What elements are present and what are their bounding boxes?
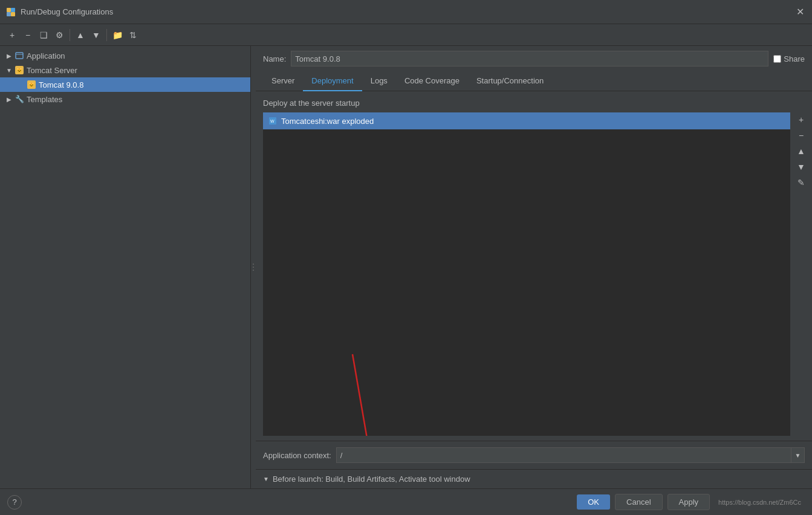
tab-startup-connection[interactable]: Startup/Connection	[468, 71, 552, 91]
svg-text:W: W	[270, 119, 274, 123]
bottom-buttons: OK Cancel Apply	[577, 494, 710, 510]
tomcat-908-arrow	[17, 80, 25, 89]
up-deploy-button[interactable]: ▲	[794, 144, 808, 158]
tab-content-deployment: Deploy at the server startup W Tomcatces…	[256, 91, 812, 469]
tomcat-server-label: Tomcat Server	[27, 66, 77, 75]
tab-server[interactable]: Server	[263, 71, 303, 91]
tomcat-server-icon: 🐱	[15, 65, 24, 75]
toolbar: + − ❑ ⚙ ▲ ▼ 📁 ⇅	[0, 24, 812, 46]
url-bar: https://blog.csdn.net/Zm6Cc	[715, 497, 805, 507]
right-panel: Name: Share Server Deployment Logs Code …	[256, 46, 812, 488]
tree-item-templates[interactable]: ▶ 🔧 Templates	[0, 92, 250, 106]
help-button[interactable]: ?	[7, 495, 22, 510]
svg-rect-4	[16, 53, 23, 59]
edit-deploy-button[interactable]: ✎	[794, 175, 808, 190]
deploy-list: W Tomcatceshi:war exploded	[263, 112, 790, 436]
context-dropdown-button[interactable]: ▼	[791, 448, 804, 462]
main-content: ▶ Application ▼ 🐱 Tomcat Server 🐱 Tom	[0, 46, 812, 488]
context-input-wrap: ▼	[336, 447, 805, 463]
before-launch-bar: ▼ Before launch: Build, Build Artifacts,…	[256, 469, 812, 488]
svg-rect-1	[11, 8, 15, 12]
tab-logs[interactable]: Logs	[362, 71, 396, 91]
remove-config-button[interactable]: −	[21, 28, 35, 42]
tab-code-coverage[interactable]: Code Coverage	[396, 71, 468, 91]
add-deploy-button[interactable]: +	[794, 112, 808, 127]
sort-button[interactable]: ⇅	[126, 28, 140, 42]
tomcat-server-arrow: ▼	[5, 66, 13, 74]
deploy-actions: + − ▲ ▼ ✎	[790, 112, 810, 436]
close-button[interactable]: ✕	[794, 6, 806, 18]
window-title: Run/Debug Configurations	[21, 7, 794, 16]
svg-rect-0	[7, 8, 11, 12]
resize-dot	[253, 270, 254, 271]
resize-handle[interactable]	[251, 46, 256, 488]
ok-button[interactable]: OK	[577, 494, 610, 510]
folder-button[interactable]: 📁	[110, 28, 125, 42]
svg-rect-3	[11, 12, 15, 16]
down-deploy-button[interactable]: ▼	[794, 160, 808, 174]
share-label: Share	[773, 54, 805, 63]
context-input[interactable]	[337, 449, 791, 462]
tomcat-908-label: Tomcat 9.0.8	[39, 80, 83, 89]
tree-item-tomcat-908[interactable]: 🐱 Tomcat 9.0.8	[0, 77, 250, 92]
toolbar-separator	[70, 29, 70, 41]
app-icon	[6, 7, 16, 17]
resize-dot	[253, 264, 254, 265]
settings-button[interactable]: ⚙	[52, 28, 67, 42]
tree-item-application[interactable]: ▶ Application	[0, 48, 250, 63]
deploy-label: Deploy at the server startup	[256, 99, 812, 112]
move-up-button[interactable]: ▲	[73, 28, 88, 42]
share-text: Share	[784, 54, 805, 63]
tab-deployment[interactable]: Deployment	[303, 71, 362, 91]
apply-button[interactable]: Apply	[667, 494, 710, 510]
svg-rect-2	[7, 12, 11, 16]
name-row: Name: Share	[256, 46, 812, 71]
templates-arrow: ▶	[5, 95, 13, 103]
cancel-button[interactable]: Cancel	[615, 494, 662, 510]
application-icon	[15, 51, 24, 60]
templates-label: Templates	[27, 95, 62, 104]
resize-dot	[253, 267, 254, 268]
context-row: Application context: ▼	[256, 441, 812, 469]
tree-item-tomcat-server[interactable]: ▼ 🐱 Tomcat Server	[0, 63, 250, 77]
toolbar-separator-2	[106, 29, 107, 41]
share-checkbox[interactable]	[773, 55, 781, 63]
deploy-item-name: Tomcatceshi:war exploded	[281, 117, 374, 126]
deploy-item-war[interactable]: W Tomcatceshi:war exploded	[263, 112, 790, 129]
name-label: Name:	[263, 54, 286, 63]
deploy-area: W Tomcatceshi:war exploded + − ▲ ▼ ✎	[256, 112, 812, 436]
copy-config-button[interactable]: ❑	[36, 28, 51, 42]
title-bar: Run/Debug Configurations ✕	[0, 0, 812, 24]
move-down-button[interactable]: ▼	[89, 28, 103, 42]
add-config-button[interactable]: +	[5, 28, 19, 42]
application-label: Application	[27, 51, 65, 60]
before-launch-text: Before launch: Build, Build Artifacts, A…	[273, 475, 470, 484]
name-input[interactable]	[291, 51, 768, 66]
templates-icon: 🔧	[15, 94, 24, 104]
bottom-bar: ? OK Cancel Apply https://blog.csdn.net/…	[0, 488, 812, 515]
left-panel: ▶ Application ▼ 🐱 Tomcat Server 🐱 Tom	[0, 46, 251, 488]
tabs-bar: Server Deployment Logs Code Coverage Sta…	[256, 71, 812, 91]
before-launch-arrow-icon[interactable]: ▼	[263, 476, 269, 482]
context-label: Application context:	[263, 451, 331, 460]
application-arrow: ▶	[5, 51, 13, 60]
war-icon: W	[268, 116, 278, 126]
remove-deploy-button[interactable]: −	[794, 128, 808, 143]
tomcat-908-icon: 🐱	[27, 80, 36, 89]
